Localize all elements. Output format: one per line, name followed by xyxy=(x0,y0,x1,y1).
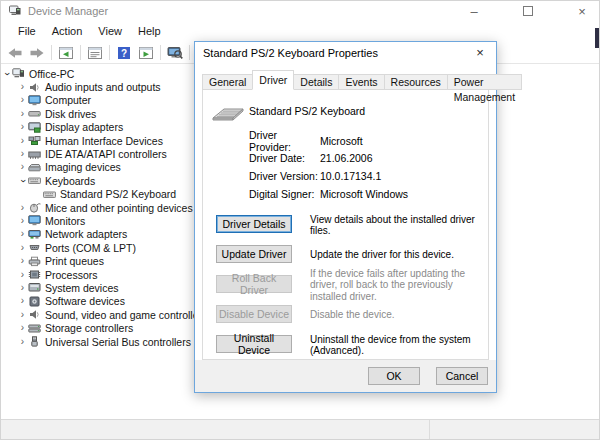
chevron-right-icon[interactable]: › xyxy=(17,283,28,293)
disable-device-row: Disable Device Disable the device. xyxy=(216,300,482,330)
status-bar-divider xyxy=(429,420,430,439)
uninstall-device-button[interactable]: Uninstall Device xyxy=(216,335,292,353)
tree-item-label: Monitors xyxy=(45,215,85,227)
cancel-button[interactable]: Cancel xyxy=(436,367,488,385)
sound-icon xyxy=(28,309,42,320)
info-label: Driver Date: xyxy=(249,152,320,164)
console-tree-icon xyxy=(58,46,74,60)
help-button[interactable]: ? xyxy=(114,45,134,61)
maximize-icon xyxy=(523,6,533,16)
device-manager-window: Device Manager – × File Action View Help… xyxy=(0,0,600,440)
chevron-right-icon[interactable]: › xyxy=(17,122,28,132)
tab-driver[interactable]: Driver xyxy=(252,70,294,90)
tree-item-label: Storage controllers xyxy=(45,322,133,334)
update-driver-description: Update the driver for this device. xyxy=(310,240,480,270)
network-adapter-icon xyxy=(28,229,42,240)
chevron-down-icon[interactable]: › xyxy=(2,68,12,79)
info-row: Driver Version: 10.0.17134.1 xyxy=(249,167,480,185)
chevron-down-icon[interactable]: › xyxy=(18,175,28,186)
status-bar xyxy=(1,419,599,439)
chevron-right-icon[interactable]: › xyxy=(17,203,28,213)
action-pane-button[interactable] xyxy=(136,45,156,61)
computer-icon xyxy=(28,95,42,106)
tab-resources[interactable]: Resources xyxy=(384,74,448,90)
ide-controller-icon xyxy=(28,149,42,160)
menu-action[interactable]: Action xyxy=(44,23,91,39)
display-adapter-icon xyxy=(28,122,42,133)
forward-button[interactable] xyxy=(27,45,47,61)
uninstall-device-row: Uninstall Device Uninstall the device fr… xyxy=(216,330,482,360)
console-tree-button[interactable] xyxy=(56,45,76,61)
uninstall-device-description: Uninstall the device from the system (Ad… xyxy=(310,330,480,360)
chevron-right-icon[interactable]: › xyxy=(17,109,28,119)
tree-item-label: Computer xyxy=(45,94,91,106)
tree-item-label: IDE ATA/ATAPI controllers xyxy=(45,148,167,160)
hid-icon xyxy=(28,135,42,146)
info-label: Digital Signer: xyxy=(249,188,320,200)
workstation-icon xyxy=(12,68,26,79)
chevron-right-icon[interactable]: › xyxy=(17,296,28,306)
driver-info: Driver Provider: Microsoft Driver Date: … xyxy=(249,132,480,202)
printer-icon xyxy=(28,256,42,267)
tree-item-label: Mice and other pointing devices xyxy=(45,202,193,214)
chevron-right-icon[interactable]: › xyxy=(17,136,28,146)
scan-hardware-icon xyxy=(167,46,183,60)
chevron-right-icon[interactable]: › xyxy=(17,270,28,280)
toolbar-separator xyxy=(189,45,190,60)
menu-file[interactable]: File xyxy=(10,23,44,39)
update-driver-button[interactable]: Update Driver xyxy=(216,245,292,263)
chevron-right-icon[interactable]: › xyxy=(17,229,28,239)
monitor-icon xyxy=(28,215,42,226)
keyboard-device-icon xyxy=(211,102,245,124)
tab-details[interactable]: Details xyxy=(293,74,339,90)
menu-help[interactable]: Help xyxy=(130,23,169,39)
chevron-right-icon[interactable]: › xyxy=(17,323,28,333)
tree-item-label: Human Interface Devices xyxy=(45,135,163,147)
chevron-right-icon[interactable]: › xyxy=(17,82,28,92)
properties-button[interactable] xyxy=(85,45,105,61)
keyboard-icon xyxy=(28,175,42,186)
driver-details-button[interactable]: Driver Details xyxy=(216,215,292,233)
dialog-close-button[interactable]: × xyxy=(472,44,488,61)
chevron-right-icon[interactable]: › xyxy=(17,216,28,226)
speaker-icon xyxy=(28,82,42,93)
tree-item-label: System devices xyxy=(45,282,119,294)
tab-events[interactable]: Events xyxy=(338,74,384,90)
minimize-button[interactable]: – xyxy=(465,2,483,20)
chevron-right-icon[interactable]: › xyxy=(17,243,28,253)
chevron-right-icon[interactable]: › xyxy=(17,162,28,172)
software-devices-icon xyxy=(28,296,42,307)
dialog-titlebar: Standard PS/2 Keyboard Properties xyxy=(195,42,496,64)
properties-icon xyxy=(87,46,103,60)
tree-item-label: Imaging devices xyxy=(45,161,121,173)
chevron-right-icon[interactable]: › xyxy=(17,310,28,320)
chevron-right-icon[interactable]: › xyxy=(17,256,28,266)
processor-icon xyxy=(28,269,42,280)
chevron-right-icon[interactable]: › xyxy=(17,337,28,347)
roll-back-driver-row: Roll Back Driver If the device fails aft… xyxy=(216,270,482,300)
tree-item-label: Sound, video and game controllers xyxy=(45,309,207,321)
tab-general[interactable]: General xyxy=(202,74,253,90)
chevron-right-icon[interactable]: › xyxy=(17,149,28,159)
back-button[interactable] xyxy=(5,45,25,61)
menu-view[interactable]: View xyxy=(90,23,130,39)
window-title: Device Manager xyxy=(28,5,108,17)
maximize-button[interactable] xyxy=(519,2,537,20)
close-button[interactable]: × xyxy=(573,2,591,20)
ok-button[interactable]: OK xyxy=(368,367,420,385)
info-label: Driver Version: xyxy=(249,170,320,182)
driver-details-description: View details about the installed driver … xyxy=(310,210,480,240)
toolbar-separator xyxy=(80,45,81,60)
menu-bar: File Action View Help xyxy=(1,21,599,41)
tree-item-label: Disk drives xyxy=(45,108,96,120)
chevron-right-icon[interactable]: › xyxy=(17,95,28,105)
tab-power-management[interactable]: Power Management xyxy=(447,74,522,90)
dialog-button-bar: OK Cancel xyxy=(195,360,496,392)
scan-hardware-button[interactable] xyxy=(165,45,185,61)
disk-icon xyxy=(28,108,42,119)
tree-item-label: Ports (COM & LPT) xyxy=(45,242,136,254)
toolbar-separator xyxy=(109,45,110,60)
toolbar-separator xyxy=(160,45,161,60)
info-row: Driver Provider: Microsoft xyxy=(249,132,480,150)
roll-back-driver-button: Roll Back Driver xyxy=(216,275,292,293)
